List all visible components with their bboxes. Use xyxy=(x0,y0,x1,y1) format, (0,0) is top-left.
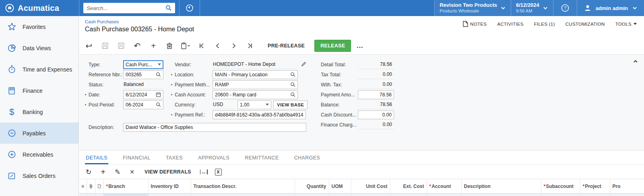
tab-remittance[interactable]: REMITTANCE xyxy=(244,155,279,164)
tenant-selector[interactable]: Revision Two Products Products Wholesale xyxy=(435,0,511,16)
search-box[interactable] xyxy=(83,3,175,13)
cell-ext-cost[interactable]: 78.56 xyxy=(390,194,427,196)
breadcrumb[interactable]: Cash Purchases xyxy=(85,19,119,24)
row-settings-header[interactable] xyxy=(79,179,87,194)
copy-paste-button[interactable] xyxy=(178,39,193,52)
column-header-unit-cost[interactable]: Unit Cost xyxy=(351,179,390,194)
app-logo[interactable]: Acumatica xyxy=(0,0,79,16)
location-input[interactable]: MAIN - Primary Location xyxy=(213,70,298,79)
cell-account[interactable]: 62400- xyxy=(427,194,461,196)
go-first-button[interactable] xyxy=(194,39,209,52)
sidebar-item-payables[interactable]: Payables xyxy=(0,122,78,144)
column-header-branch[interactable]: *Branch xyxy=(103,179,148,194)
cell-inventory-id[interactable]: SUPPLIES xyxy=(148,194,191,196)
column-header-description[interactable]: Description xyxy=(461,179,541,194)
tools-button[interactable]: TOOLS xyxy=(615,22,637,27)
help-button[interactable]: ? xyxy=(553,0,577,16)
sidebar-item-receivables[interactable]: Receivables xyxy=(0,144,78,165)
activities-button[interactable]: ACTIVITIES xyxy=(497,22,524,27)
customization-button[interactable]: CUSTOMIZATION xyxy=(566,22,605,27)
undo-button[interactable]: ↶ xyxy=(130,39,144,52)
currency-rate-combobox[interactable]: 1.00 xyxy=(237,100,271,109)
column-header-account[interactable]: *Account xyxy=(427,179,461,194)
date-input[interactable]: 6/12/2024 xyxy=(123,90,163,99)
lookup-icon[interactable] xyxy=(290,82,295,87)
recently-visited-button[interactable] xyxy=(180,0,200,16)
cash-account-input[interactable]: 20600 - Ramp card xyxy=(213,90,298,99)
lookup-icon[interactable] xyxy=(156,72,161,77)
collapse-panel-chevron-icon[interactable] xyxy=(633,59,638,64)
sidebar-item-banking[interactable]: $ Banking xyxy=(0,101,78,122)
pre-release-button[interactable]: PRE-RELEASE xyxy=(262,40,310,52)
cell-quantity[interactable]: 0.00 xyxy=(295,194,329,196)
sidebar-item-sales-orders[interactable]: Sales Orders xyxy=(0,165,78,186)
delete-button[interactable] xyxy=(162,39,177,52)
refresh-button[interactable]: ↻ xyxy=(82,166,95,178)
column-header-project[interactable]: *Project xyxy=(580,179,610,194)
lookup-icon[interactable] xyxy=(290,92,295,97)
sidebar-item-data-views[interactable]: Data Views xyxy=(0,37,78,59)
tab-financial[interactable]: FINANCIAL xyxy=(122,155,151,164)
save-button[interactable] xyxy=(114,39,128,52)
lookup-icon[interactable] xyxy=(290,72,295,77)
payment-method-input[interactable]: RAMP xyxy=(213,80,298,89)
column-header-inventory-id[interactable]: Inventory ID xyxy=(148,179,191,194)
fit-to-screen-button[interactable]: ↔ xyxy=(197,166,211,178)
row-attachment-cell[interactable] xyxy=(87,194,95,196)
go-previous-button[interactable] xyxy=(211,39,225,52)
search-icon[interactable] xyxy=(165,5,172,11)
view-deferrals-button[interactable]: VIEW DEFERRALS xyxy=(140,169,196,175)
payment-ref-input[interactable]: d4b8849f-8162-430a-a083-57ab0ba4914 xyxy=(213,110,306,119)
column-header-quantity[interactable]: Quantity xyxy=(295,179,329,194)
notes-header[interactable] xyxy=(95,179,103,194)
go-next-button[interactable] xyxy=(227,39,241,52)
business-date-selector[interactable]: 6/12/2024 9:56 AM xyxy=(511,0,553,16)
delete-row-button[interactable]: ✕ xyxy=(125,166,139,178)
tab-charges[interactable]: CHARGES xyxy=(293,155,321,164)
column-header-subaccount[interactable]: *Subaccount xyxy=(541,179,580,194)
search-input[interactable] xyxy=(87,5,165,11)
more-actions-button[interactable]: ... xyxy=(353,42,367,49)
column-header-transaction-descr[interactable]: Transaction Descr. xyxy=(191,179,295,194)
edit-row-button[interactable]: ✎ xyxy=(111,166,124,178)
back-button[interactable]: ↩ xyxy=(82,39,96,52)
tab-details[interactable]: DETAILS xyxy=(85,155,108,164)
tab-taxes[interactable]: TAXES xyxy=(165,155,184,164)
cell-subaccount[interactable]: IND-000 xyxy=(541,194,580,196)
release-button[interactable]: RELEASE xyxy=(314,40,351,52)
sidebar-item-favorites[interactable]: Favorites xyxy=(0,16,78,37)
sidebar-item-time-and-expenses[interactable]: Time and Expenses xyxy=(0,59,78,80)
row-note-cell[interactable] xyxy=(95,194,103,196)
edit-vendor-pencil-icon[interactable] xyxy=(301,61,306,68)
sidebar-item-finance[interactable]: Finance xyxy=(0,80,78,101)
tab-approvals[interactable]: APPROVALS xyxy=(197,155,230,164)
lookup-icon[interactable] xyxy=(156,102,161,107)
cell-uom[interactable]: EA xyxy=(329,194,351,196)
reference-nbr-input[interactable]: 003265 xyxy=(123,70,163,79)
column-header-uom[interactable]: UOM xyxy=(329,179,351,194)
payment-amount-input[interactable]: 78.56 xyxy=(358,90,394,99)
cell-description[interactable]: Office Expense xyxy=(461,194,541,196)
description-input[interactable]: David Wallace - Office Supplies xyxy=(123,123,306,132)
row-selector-cell[interactable]: > xyxy=(79,194,87,196)
view-base-button[interactable]: VIEW BASE xyxy=(273,100,308,109)
add-row-button[interactable]: + xyxy=(96,166,110,178)
cell-transaction-descr[interactable]: David Wallace - Office Supplies xyxy=(191,194,295,196)
save-and-close-button[interactable] xyxy=(98,39,112,52)
files-button[interactable]: FILES (1) xyxy=(534,22,555,27)
cell-pro-truncated[interactable] xyxy=(610,194,644,196)
post-period-input[interactable]: 06-2024 xyxy=(123,100,163,109)
cell-branch[interactable]: PRODWHOLE xyxy=(103,194,148,196)
type-combobox[interactable]: Cash Purc... xyxy=(123,60,163,69)
add-new-button[interactable]: + xyxy=(146,39,161,52)
column-header-ext-cost[interactable]: Ext. Cost xyxy=(390,179,427,194)
grid-data-row[interactable]: > PRODWHOLE SUPPLIES David Wallace - Off… xyxy=(79,194,644,196)
column-header-pro-truncated[interactable]: Pro xyxy=(610,179,644,194)
go-last-button[interactable] xyxy=(243,39,257,52)
cash-discount-input[interactable]: 0.00 xyxy=(358,110,394,119)
calendar-icon[interactable] xyxy=(156,92,161,97)
cell-project[interactable]: X xyxy=(580,194,610,196)
attachments-header[interactable] xyxy=(87,179,95,194)
notes-button[interactable]: NOTES xyxy=(463,21,487,27)
user-menu[interactable]: admin admin xyxy=(577,0,644,16)
